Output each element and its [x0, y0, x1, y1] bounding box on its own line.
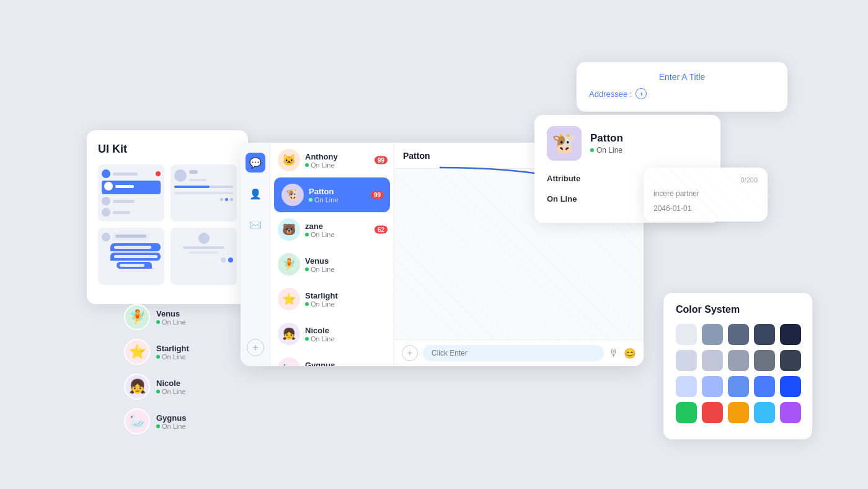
- float-contact-venus[interactable]: 🧚 Venus On Line: [124, 304, 189, 330]
- cr-badge-zane: 62: [374, 226, 388, 234]
- cr-badge-anthony: 99: [374, 156, 388, 164]
- cr-status-venus: On Line: [305, 266, 335, 273]
- patton-name: Patton: [590, 132, 623, 145]
- attribute-label: Attribute: [547, 174, 580, 183]
- online-label: On Line: [547, 194, 577, 204]
- color-swatch[interactable]: [676, 350, 697, 371]
- info-date: 2046-01-01: [653, 204, 758, 213]
- nav-email-icon[interactable]: ✉️: [246, 215, 265, 235]
- color-swatch[interactable]: [754, 324, 775, 345]
- chat-input[interactable]: [423, 345, 604, 361]
- patton-avatar: 🐮: [547, 126, 582, 161]
- color-swatch-row: [676, 324, 800, 345]
- addressee-label: Addressee :: [589, 89, 632, 99]
- color-swatch[interactable]: [702, 324, 723, 345]
- contact-list-float: 🧚 Venus On Line ⭐ Starlight On Line 👧 Ni…: [124, 304, 189, 443]
- cr-status-zane: On Line: [305, 231, 335, 238]
- float-name-nicole: Nicole: [156, 379, 186, 388]
- color-rows: [676, 324, 800, 423]
- color-swatch[interactable]: [728, 376, 749, 397]
- cr-name-zane: zane: [305, 222, 335, 231]
- color-swatch[interactable]: [676, 402, 697, 423]
- contact-row-patton[interactable]: 🐮 Patton On Line 99: [274, 177, 390, 212]
- ui-kit-thumb-2: [170, 164, 237, 222]
- chat-footer: ＋ 🎙 😊: [394, 339, 644, 366]
- chat-sidebar-nav: 💬 👤 ✉️ ＋: [241, 143, 270, 366]
- color-swatch[interactable]: [728, 402, 749, 423]
- color-swatch[interactable]: [780, 324, 801, 345]
- chat-contacts-panel: 🐱 Anthony On Line 99 🐮 Patton On Line 99: [270, 143, 394, 366]
- chat-add-button[interactable]: ＋: [402, 345, 418, 361]
- contact-row-zane[interactable]: 🐻 zane On Line 62: [270, 212, 394, 247]
- float-name-starlight: Starlight: [156, 344, 189, 353]
- contact-row-starlight[interactable]: ⭐ Starlight On Line: [270, 282, 394, 316]
- ui-kit-thumb-1: [98, 164, 164, 222]
- cr-name-starlight: Starlight: [305, 291, 338, 300]
- cr-name-venus: Venus: [305, 256, 335, 266]
- cr-badge-patton: 99: [371, 191, 384, 199]
- info-counter: 0/200: [653, 176, 758, 184]
- color-swatch-row: [676, 350, 800, 371]
- contact-row-gygnus[interactable]: 🦢 Gygnus On Line: [270, 351, 394, 366]
- float-status-venus: On Line: [156, 318, 186, 326]
- color-swatch[interactable]: [754, 376, 775, 397]
- info-text: incere partner: [653, 189, 758, 199]
- chat-voice-button[interactable]: 🎙: [609, 348, 619, 359]
- color-swatch[interactable]: [702, 350, 723, 371]
- color-swatch[interactable]: [754, 350, 775, 371]
- nav-profile-icon[interactable]: 👤: [246, 184, 265, 204]
- float-status-starlight: On Line: [156, 353, 189, 361]
- contact-row-venus[interactable]: 🧚 Venus On Line: [270, 247, 394, 282]
- color-swatch[interactable]: [780, 376, 801, 397]
- addressee-add-button[interactable]: +: [636, 88, 647, 99]
- color-swatch[interactable]: [676, 324, 697, 345]
- color-system-card: Color System: [663, 293, 812, 439]
- cr-status-starlight: On Line: [305, 300, 338, 308]
- cr-status-nicole: On Line: [305, 335, 335, 343]
- ui-kit-title: UI Kit: [98, 143, 237, 156]
- float-contact-gygnus[interactable]: 🦢 Gygnus On Line: [124, 408, 189, 434]
- ui-kit-grid: [98, 164, 237, 285]
- patton-status: On Line: [590, 146, 623, 155]
- new-msg-title: Enter A Title: [589, 72, 775, 82]
- color-swatch[interactable]: [780, 402, 801, 423]
- float-contact-nicole[interactable]: 👧 Nicole On Line: [124, 374, 189, 400]
- nav-add-icon[interactable]: ＋: [247, 339, 264, 356]
- float-name-gygnus: Gygnus: [156, 413, 186, 423]
- cr-name-anthony: Anthony: [305, 152, 338, 161]
- ui-kit-card: UI Kit: [87, 130, 248, 304]
- color-swatch-row: [676, 402, 800, 423]
- color-swatch[interactable]: [780, 350, 801, 371]
- chat-header-name: Patton: [403, 151, 430, 161]
- patton-card-header: 🐮 Patton On Line: [547, 126, 708, 161]
- cr-name-nicole: Nicole: [305, 326, 335, 335]
- ui-kit-thumb-3: [98, 228, 164, 285]
- info-panel: 0/200 incere partner 2046-01-01: [644, 168, 768, 222]
- float-status-nicole: On Line: [156, 388, 186, 395]
- cr-name-patton: Patton: [309, 187, 339, 196]
- ui-kit-thumb-4: [170, 228, 237, 285]
- color-swatch[interactable]: [702, 376, 723, 397]
- cr-name-gygnus: Gygnus: [305, 361, 335, 367]
- chat-emoji-button[interactable]: 😊: [624, 348, 636, 359]
- new-msg-addressee: Addressee : +: [589, 88, 775, 99]
- color-swatch[interactable]: [728, 324, 749, 345]
- nav-chat-icon[interactable]: 💬: [246, 153, 265, 173]
- color-swatch[interactable]: [754, 402, 775, 423]
- contact-row-nicole[interactable]: 👧 Nicole On Line: [270, 316, 394, 351]
- float-contact-starlight[interactable]: ⭐ Starlight On Line: [124, 339, 189, 365]
- color-system-title: Color System: [676, 304, 800, 315]
- color-swatch[interactable]: [702, 402, 723, 423]
- color-swatch-row: [676, 376, 800, 397]
- contact-row-anthony[interactable]: 🐱 Anthony On Line 99: [270, 143, 394, 177]
- float-name-venus: Venus: [156, 309, 186, 318]
- cr-status-anthony: On Line: [305, 161, 338, 169]
- new-message-card: Enter A Title Addressee : +: [577, 62, 787, 112]
- color-swatch[interactable]: [728, 350, 749, 371]
- float-status-gygnus: On Line: [156, 423, 186, 430]
- cr-status-patton: On Line: [309, 196, 339, 204]
- color-swatch[interactable]: [676, 376, 697, 397]
